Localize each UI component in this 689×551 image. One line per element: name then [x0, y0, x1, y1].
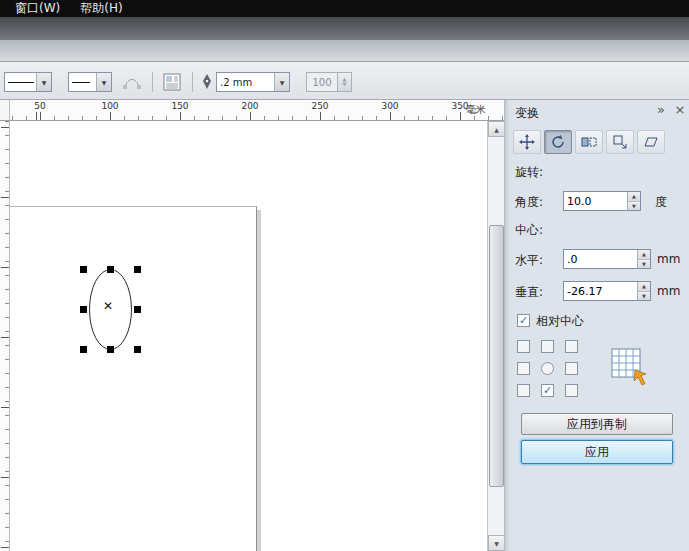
line-end-combo[interactable]: ▼ — [68, 72, 112, 92]
numeric-100-spinner: 100 ▲ ▼ — [306, 72, 352, 92]
spinner-down-icon[interactable]: ▼ — [638, 292, 650, 301]
angle-label: 角度: — [515, 194, 543, 211]
size-mode-button[interactable] — [606, 130, 634, 154]
horizontal-spinner[interactable]: ▲ ▼ — [637, 250, 650, 268]
vertical-label: 垂直: — [515, 284, 543, 301]
drawing-canvas[interactable]: ✕ — [10, 121, 487, 551]
selection-handle[interactable] — [134, 266, 141, 273]
selection-handle[interactable] — [134, 306, 141, 313]
vertical-scrollbar[interactable]: ▲ ▼ — [487, 121, 504, 551]
anchor-bottom-right-checkbox[interactable] — [565, 384, 578, 397]
rotation-center-marker[interactable]: ✕ — [103, 299, 113, 313]
ruler-tick-label: 250 — [311, 101, 328, 111]
scroll-up-icon: ▲ — [494, 126, 499, 133]
chevron-down-icon[interactable]: ▼ — [96, 73, 111, 91]
anchor-top-center-checkbox[interactable] — [541, 340, 554, 353]
selection-handle[interactable] — [107, 346, 114, 353]
relative-center-checkbox[interactable]: ✓ — [517, 314, 530, 327]
scroll-up-button[interactable]: ▲ — [488, 121, 505, 137]
window-chrome-strip — [0, 17, 689, 40]
spinner-down-icon[interactable]: ▼ — [638, 260, 650, 269]
horizontal-field[interactable]: ▲ ▼ — [563, 249, 651, 269]
anchor-middle-left-checkbox[interactable] — [517, 362, 530, 375]
outline-width-value: .2 mm — [217, 77, 274, 88]
property-bar: ▼ ▼ .2 mm ▼ 100 ▲ ▼ — [0, 62, 689, 100]
ruler-unit-label: 毫米 — [466, 103, 486, 117]
anchor-top-right-checkbox[interactable] — [565, 340, 578, 353]
horizontal-unit: mm — [657, 252, 680, 266]
docker-collapse-icon[interactable]: » — [653, 102, 669, 117]
horizontal-ruler[interactable]: 50 100 150 200 250 300 350 毫米 — [10, 100, 504, 121]
vertical-spinner[interactable]: ▲ ▼ — [637, 282, 650, 300]
toolbar-strip — [0, 40, 689, 62]
position-mode-button[interactable] — [513, 130, 541, 154]
anchor-bottom-left-checkbox[interactable] — [517, 384, 530, 397]
menu-item-window[interactable]: 窗口(W) — [6, 0, 69, 18]
relative-center-label: 相对中心 — [536, 313, 584, 330]
ruler-corner — [0, 100, 10, 121]
rotate-mode-button[interactable] — [544, 130, 572, 154]
selection-handle[interactable] — [80, 346, 87, 353]
anchor-top-left-checkbox[interactable] — [517, 340, 530, 353]
anchor-middle-right-checkbox[interactable] — [565, 362, 578, 375]
ruler-tick-label: 150 — [171, 101, 188, 111]
text-wrap-icon — [163, 73, 181, 91]
menu-item-help[interactable]: 帮助(H) — [71, 0, 131, 18]
vertical-unit: mm — [657, 284, 680, 298]
spinner-up-icon[interactable]: ▲ — [628, 192, 640, 202]
angle-spinner[interactable]: ▲ ▼ — [627, 192, 640, 210]
rotate-icon — [550, 134, 566, 150]
spline-arc-button[interactable] — [120, 70, 144, 94]
anchor-grid-icon — [611, 346, 651, 390]
skew-icon — [643, 134, 659, 150]
scroll-down-button[interactable]: ▼ — [488, 535, 505, 551]
position-icon — [519, 134, 535, 150]
ruler-tick-label: 300 — [381, 101, 398, 111]
center-section-label: 中心: — [515, 222, 543, 239]
line-style-preview — [8, 82, 34, 83]
app-window: { "menubar": { "items": [ { "label": "窗口… — [0, 0, 689, 551]
outline-pen-button — [198, 70, 216, 94]
arc-icon — [123, 75, 141, 89]
apply-to-duplicate-button[interactable]: 应用到再制 — [521, 413, 673, 435]
line-style-combo[interactable]: ▼ — [4, 72, 52, 92]
ruler-tick-label: 200 — [241, 101, 258, 111]
vertical-ruler[interactable] — [0, 121, 10, 551]
anchor-bottom-center-checkbox[interactable]: ✓ — [541, 384, 554, 397]
menubar: 窗口(W) 帮助(H) — [0, 0, 689, 17]
line-end-preview — [72, 82, 90, 83]
spinner-up-icon[interactable]: ▲ — [638, 250, 650, 260]
chevron-down-icon[interactable]: ▼ — [36, 73, 51, 91]
transform-mode-buttons — [513, 130, 665, 154]
page — [10, 206, 257, 551]
angle-field[interactable]: ▲ ▼ — [563, 191, 641, 211]
separator — [192, 72, 193, 92]
rotate-section-label: 旋转: — [515, 164, 543, 181]
selection-handle[interactable] — [80, 306, 87, 313]
scale-mirror-mode-button[interactable] — [575, 130, 603, 154]
selection-handle[interactable] — [80, 266, 87, 273]
horizontal-label: 水平: — [515, 252, 543, 269]
spinner-arrows-icon[interactable]: ▲ ▼ — [338, 72, 352, 92]
vertical-field[interactable]: ▲ ▼ — [563, 281, 651, 301]
separator — [152, 72, 153, 92]
docker-close-icon[interactable]: × — [672, 102, 688, 117]
ruler-tick-label: 50 — [34, 101, 45, 111]
scroll-down-icon: ▼ — [494, 540, 499, 547]
angle-unit: 度 — [655, 194, 667, 211]
selection-handle[interactable] — [107, 266, 114, 273]
numeric-100-value: 100 — [306, 72, 338, 92]
docker-resize-grip[interactable] — [505, 100, 509, 551]
selected-shape-group: ✕ — [80, 266, 141, 353]
chevron-down-icon[interactable]: ▼ — [274, 73, 289, 91]
selection-handle[interactable] — [134, 346, 141, 353]
size-icon — [612, 134, 628, 150]
anchor-center-radio[interactable] — [541, 362, 554, 375]
apply-button[interactable]: 应用 — [521, 440, 673, 464]
spinner-down-icon[interactable]: ▼ — [628, 202, 640, 211]
scrollbar-thumb[interactable] — [489, 225, 504, 487]
skew-mode-button[interactable] — [637, 130, 665, 154]
spinner-up-icon[interactable]: ▲ — [638, 282, 650, 292]
text-wrap-button[interactable] — [160, 70, 184, 94]
outline-width-combo[interactable]: .2 mm ▼ — [216, 72, 290, 92]
